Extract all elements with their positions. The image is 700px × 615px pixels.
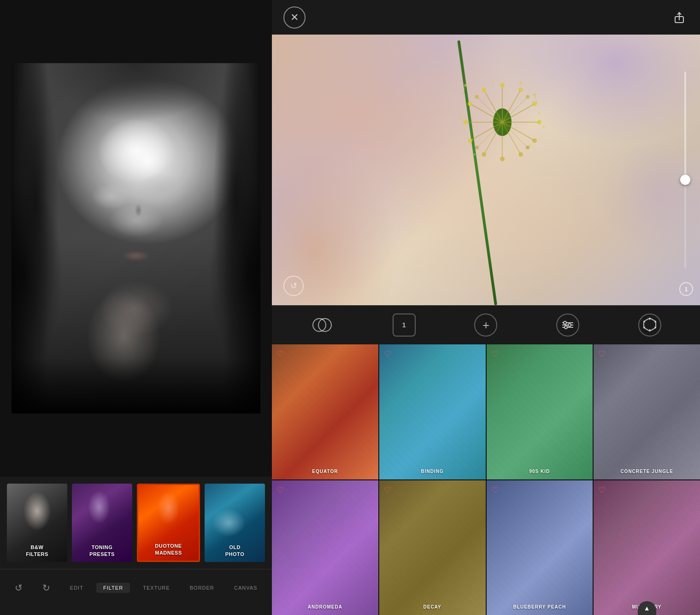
left-photo-area (0, 0, 272, 477)
grid-item-andromeda[interactable]: ♡ ANDROMEDA (272, 480, 378, 615)
svg-point-25 (482, 88, 486, 92)
svg-point-31 (526, 146, 529, 149)
layers-tool-button[interactable]: 1 (393, 313, 416, 337)
binding-bg (379, 344, 486, 479)
nav-item-undo[interactable]: ↺ (8, 580, 29, 596)
effects-icon (643, 317, 657, 333)
90skid-label: 90S KID (487, 469, 593, 474)
nav-item-redo[interactable]: ↻ (35, 580, 57, 596)
bottom-navigation: ↺ ↻ EDIT FILTER TEXTURE BORDER CANVAS (0, 569, 272, 606)
blend-tool-button[interactable] (311, 313, 334, 337)
svg-point-42 (492, 80, 494, 82)
equator-bg (272, 344, 378, 479)
effects-tool-button[interactable] (638, 313, 661, 337)
intensity-slider[interactable] (684, 71, 686, 268)
svg-point-27 (526, 95, 529, 99)
andromeda-label: ANDROMEDA (272, 604, 378, 609)
svg-line-24 (484, 90, 502, 122)
nav-item-border[interactable]: BORDER (183, 583, 221, 593)
duotone-madness-label: DUOTONEMADNESS (155, 543, 182, 556)
blueberry-heart-icon[interactable]: ♡ (491, 485, 499, 495)
filter-thumb-duotone[interactable]: DUOTONEMADNESS (137, 484, 200, 562)
slider-thumb[interactable] (680, 175, 690, 185)
texture-label: TEXTURE (143, 585, 170, 591)
svg-point-43 (519, 82, 522, 84)
old-photo-label: OLDPHOTO (225, 544, 244, 557)
number-badge[interactable]: 1 (679, 282, 693, 296)
svg-point-17 (482, 152, 486, 157)
svg-point-29 (475, 95, 479, 99)
tool-bar: 1 + (272, 305, 700, 344)
grid-item-decay[interactable]: ♡ DECAY (379, 480, 486, 615)
grid-item-mulberry[interactable]: ♡ MULBERRY ▲ (594, 480, 700, 615)
grid-item-equator[interactable]: ♡ EQUATOR (272, 344, 378, 479)
svg-point-23 (468, 101, 472, 106)
binding-label: BINDING (379, 469, 486, 474)
svg-point-38 (474, 154, 476, 155)
slider-track (684, 71, 686, 180)
blueberry-bg (487, 480, 593, 615)
andromeda-heart-icon[interactable]: ♡ (276, 485, 284, 495)
filter-thumb-bw[interactable]: B&WFILTERS (7, 484, 67, 562)
concrete-jungle-label: CONCRETE JUNGLE (594, 469, 700, 474)
nav-item-canvas[interactable]: CANVAS (227, 583, 264, 593)
canvas-label: CANVAS (234, 585, 257, 591)
svg-line-35 (463, 85, 465, 95)
bw-portrait-photo (12, 63, 260, 414)
close-icon: ✕ (290, 12, 299, 24)
dandelion-seeds (452, 71, 553, 173)
svg-point-50 (564, 321, 566, 324)
90skid-heart-icon[interactable]: ♡ (491, 349, 499, 359)
svg-point-21 (463, 120, 468, 124)
reset-button[interactable]: ↺ (283, 276, 304, 296)
svg-line-6 (502, 104, 535, 122)
grid-item-90skid[interactable]: ♡ 90S KID (487, 344, 593, 479)
decay-label: DECAY (379, 604, 486, 609)
nav-item-filter[interactable]: FILTER (96, 583, 130, 593)
redo-icon: ↻ (42, 582, 50, 593)
svg-point-40 (460, 117, 462, 118)
adjust-tool-button[interactable] (556, 313, 579, 337)
filter-thumb-toning[interactable]: TONINGPRESETS (72, 484, 132, 562)
svg-point-3 (500, 83, 505, 88)
concrete-heart-icon[interactable]: ♡ (598, 349, 606, 359)
undo-icon: ↺ (15, 582, 23, 593)
svg-line-12 (502, 122, 521, 154)
nav-item-texture[interactable]: TEXTURE (136, 583, 176, 593)
equator-heart-icon[interactable]: ♡ (276, 349, 284, 359)
bw-filters-label: B&WFILTERS (26, 544, 48, 557)
close-button[interactable]: ✕ (283, 6, 306, 29)
filter-thumb-oldphoto[interactable]: OLDPHOTO (205, 484, 265, 562)
filter-label: FILTER (103, 585, 123, 591)
portrait-shadow-bottom (12, 358, 260, 414)
svg-line-16 (484, 122, 502, 154)
toning-presets-label: TONINGPRESETS (89, 544, 115, 557)
adjust-icon (561, 320, 574, 330)
add-icon: + (482, 318, 489, 332)
grid-item-blueberry-peach[interactable]: ♡ BLUEBERRY PEACH (487, 480, 593, 615)
decay-heart-icon[interactable]: ♡ (384, 485, 391, 495)
right-top-bar: ✕ (272, 0, 700, 35)
svg-point-19 (468, 138, 472, 143)
andromeda-bg (272, 480, 378, 615)
right-panel: ✕ (272, 0, 700, 615)
layers-icon: 1 (402, 321, 406, 329)
blend-icon (312, 315, 332, 335)
filter-thumbnails-row: B&WFILTERS TONINGPRESETS DUOTONEMADNESS … (0, 477, 272, 569)
grid-item-concrete-jungle[interactable]: ♡ CONCRETE JUNGLE (594, 344, 700, 479)
mulberry-bg (594, 480, 700, 615)
badge-number: 1 (684, 286, 688, 293)
reset-icon: ↺ (290, 281, 297, 291)
mulberry-heart-icon[interactable]: ♡ (598, 485, 606, 495)
blueberry-peach-label: BLUEBERRY PEACH (487, 604, 593, 609)
share-button[interactable] (670, 8, 688, 27)
nav-item-edit[interactable]: EDIT (63, 583, 90, 593)
binding-heart-icon[interactable]: ♡ (384, 349, 391, 359)
left-panel: B&WFILTERS TONINGPRESETS DUOTONEMADNESS … (0, 0, 272, 615)
concrete-bg (594, 344, 700, 479)
svg-point-9 (537, 120, 541, 124)
svg-point-51 (568, 324, 571, 326)
svg-point-46 (318, 319, 331, 331)
grid-item-binding[interactable]: ♡ BINDING (379, 344, 486, 479)
add-tool-button[interactable]: + (474, 313, 497, 337)
